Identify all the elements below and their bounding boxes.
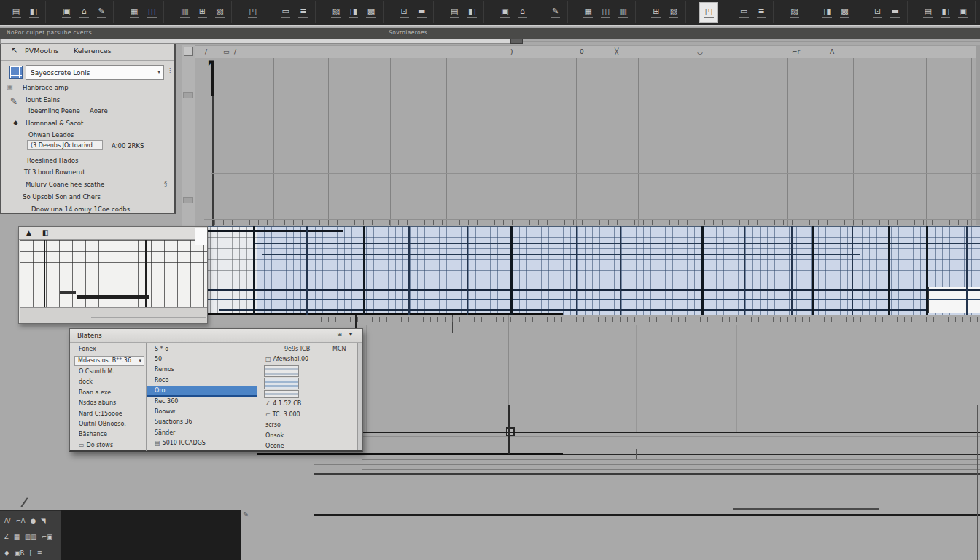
status-icon[interactable]: ≡	[37, 549, 42, 556]
ribbon-tool-button[interactable]: ▨	[787, 3, 801, 22]
property-row[interactable]: ◆ Homnnaal & Sacot	[1, 118, 174, 129]
ribbon-tool-button[interactable]: ⌂	[515, 3, 529, 22]
ribbon-tool-button[interactable]: ✎	[94, 3, 109, 22]
chevron-down-icon[interactable]: ▾	[139, 358, 141, 364]
ribbon-tool-button[interactable]: ▬	[414, 3, 429, 22]
property-row[interactable]: Ohwan Leados	[1, 130, 174, 141]
list-item-selected[interactable]: Oro	[147, 386, 257, 396]
status-icon[interactable]: ⌐▣	[42, 533, 52, 540]
ribbon-tool-button[interactable]: ◧	[464, 3, 479, 22]
property-value[interactable]: Aoare	[90, 107, 108, 114]
list-item[interactable]: Roco	[147, 376, 257, 386]
ribbon-tool-button[interactable]: ✎	[548, 3, 563, 22]
shaded-view-icon[interactable]: ◧	[42, 229, 49, 236]
ribbon-tool-button[interactable]: ▤	[9, 3, 23, 22]
list-item[interactable]: dock	[71, 377, 146, 387]
list-item[interactable]: scrso	[258, 420, 355, 430]
ribbon-tool-button[interactable]: ≡	[296, 3, 311, 22]
ribbon-tool-button[interactable]: ▧	[666, 3, 681, 22]
filter-combo[interactable]: Mdasos.os. B**.36 ▾	[74, 356, 144, 366]
list-item[interactable]: Booww	[147, 407, 257, 417]
chevron-down-icon[interactable]: ▾	[158, 69, 160, 75]
list-item[interactable]: Remos	[147, 365, 257, 375]
more-icon[interactable]: ▾	[349, 331, 352, 338]
ribbon-tool-button[interactable]: ▭	[279, 3, 293, 22]
type-side-icon[interactable]: ⋮	[167, 67, 173, 74]
column-header[interactable]: S * o	[147, 343, 257, 354]
list-item[interactable]: Onsok	[258, 431, 355, 441]
list-item[interactable]: Bäshance	[71, 429, 146, 440]
property-row[interactable]: ✎ Iount Eains	[1, 95, 174, 106]
ribbon-tool-button[interactable]: ▣	[59, 3, 74, 22]
list-item[interactable]: Nsdos abuns	[71, 398, 146, 408]
ribbon-tool-button[interactable]: ◫	[144, 3, 159, 22]
select-cursor-icon[interactable]: ▲	[26, 229, 31, 236]
list-item[interactable]: ▤5010 ICCADGS	[147, 438, 257, 448]
ribbon-tool-button[interactable]: ◨	[346, 3, 361, 22]
property-row[interactable]: Tf 3 boud Rownerut	[1, 167, 174, 178]
ribbon-tool-button[interactable]: ▦	[127, 3, 141, 22]
preview-window[interactable]: ▲◧	[18, 226, 208, 324]
tab-references[interactable]: Kelerences	[74, 47, 112, 55]
ribbon-tool-button[interactable]: ▭	[736, 3, 751, 22]
column-header[interactable]: -9e9s ICB MCN	[258, 343, 355, 354]
status-icon[interactable]: ▣R	[15, 549, 25, 556]
dialog-title-bar[interactable]: Blatens ⊞▾	[70, 329, 362, 343]
view-thumbnail[interactable]	[264, 390, 299, 398]
ribbon-tool-button[interactable]: ⊡	[397, 3, 411, 22]
ribbon-tool-button[interactable]: ▣	[497, 3, 512, 22]
ribbon-tool-button[interactable]: ▥	[177, 3, 192, 22]
ribbon-tool-button[interactable]: ▤	[447, 3, 462, 22]
status-icon[interactable]: ⌐A	[16, 517, 26, 524]
vertical-scrollbar[interactable]	[976, 45, 980, 225]
horizontal-scrollbar[interactable]	[0, 39, 980, 44]
property-row[interactable]: Mulurv Coane hee scathe §	[1, 179, 174, 190]
ribbon-tool-button[interactable]: ◨	[820, 3, 835, 22]
ribbon-tool-button[interactable]: ◫	[599, 3, 613, 22]
property-row[interactable]: Ibeemling Peene Aoare	[1, 106, 174, 117]
ribbon-tool-button[interactable]: ▧	[212, 3, 227, 22]
ribbon-tool-button[interactable]: ▦	[581, 3, 596, 22]
curtain-grid-band-left[interactable]	[203, 226, 257, 315]
property-row[interactable]: So Upsobi Son and Chers	[1, 192, 174, 203]
preview-drawing-area[interactable]	[20, 240, 207, 307]
tab-properties[interactable]: PVMootns	[25, 47, 59, 55]
list-item[interactable]: 50	[147, 354, 257, 365]
ribbon-tool-button[interactable]: ⊡	[871, 3, 885, 22]
status-icon[interactable]: A/	[4, 517, 11, 524]
property-row[interactable]: ▣ Hanbrace amp	[1, 82, 174, 93]
ribbon-tool-button[interactable]: ◰	[246, 3, 260, 22]
status-icon[interactable]: ◥	[41, 517, 46, 524]
list-item[interactable]: Nard C:15oooe	[71, 409, 146, 419]
ribbon-tool-button[interactable]: ◰	[699, 2, 718, 23]
list-item[interactable]: Rec 360	[147, 397, 257, 407]
list-item[interactable]: Roan a.exe	[71, 388, 146, 398]
column-header[interactable]: Fonex	[71, 343, 146, 354]
ribbon-tool-button[interactable]: ▩	[838, 3, 852, 22]
type-selector[interactable]: Sayeoscrete Lonis ▾	[26, 65, 164, 80]
spinner-icon[interactable]: §	[164, 180, 167, 187]
ribbon-tool-button[interactable]: ◧	[938, 3, 953, 22]
status-icon[interactable]: ●	[31, 517, 36, 524]
restore-icon[interactable]: ⊞	[337, 331, 342, 338]
ribbon-tool-button[interactable]: ▨	[329, 3, 343, 22]
property-row[interactable]: Roeslined Hados	[1, 155, 174, 166]
ribbon-tool-button[interactable]: ▩	[364, 3, 378, 22]
ribbon-tool-button[interactable]: ▬	[888, 3, 903, 22]
list-item[interactable]: Ouitnl OBnooso.	[71, 419, 146, 429]
list-item[interactable]: O Csunth M.	[71, 367, 146, 377]
ribbon-tool-button[interactable]: ⊞	[649, 3, 664, 22]
ribbon-tool-button[interactable]: ▣	[956, 3, 971, 22]
status-icon[interactable]: [	[29, 549, 31, 556]
list-item[interactable]: ⌐TC. 3.000	[258, 410, 355, 420]
list-item[interactable]: ◰Afewshal.00	[258, 354, 355, 365]
view-thumbnail[interactable]	[264, 365, 299, 377]
list-item[interactable]: Ocone	[258, 441, 355, 451]
property-row[interactable]: Dnow una 14 omuy 1Coe codbs	[1, 203, 174, 214]
views-dialog[interactable]: Blatens ⊞▾ Fonex Mdasos.os. B**.36 ▾ O C…	[69, 328, 363, 452]
list-item[interactable]: ∠4 1.52 CB	[258, 399, 355, 409]
ribbon-tool-button[interactable]: ◧	[26, 3, 41, 22]
property-value-field[interactable]: (3 Deenbs JOctoarivd	[27, 140, 103, 150]
scrollbar-handle[interactable]	[510, 39, 523, 44]
list-item[interactable]: ▭Do stows	[71, 440, 146, 451]
